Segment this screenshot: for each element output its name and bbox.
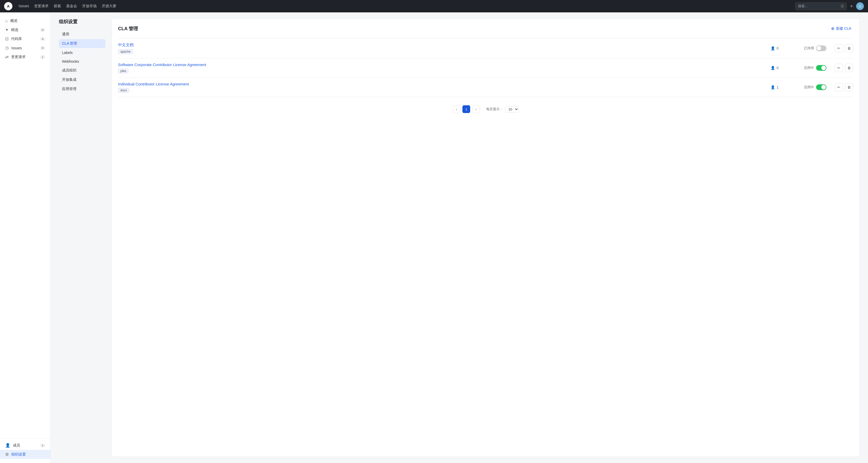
cla-edit-button-1[interactable]: ✏: [835, 44, 843, 53]
user-icon-3: 👤: [771, 85, 775, 89]
cla-users-1: 👤 0: [771, 46, 791, 50]
issues-icon: ◷: [5, 45, 9, 50]
settings-nav-webhooks[interactable]: Webhooks: [59, 57, 105, 66]
sidebar-item-repos[interactable]: ⊡ 代码库 4: [0, 34, 51, 43]
sidebar-label-org-settings: 组织设置: [11, 452, 26, 457]
cla-user-count-1: 0: [777, 46, 779, 50]
cla-actions-3: ✏ 🗑: [835, 83, 853, 91]
main-layout: ⌂ 概览 ✦ 精选 0 ⊡ 代码库 4 ◷ Issues 0 ⇄ 变更请求 1 …: [0, 12, 868, 463]
page-size-area: 每页显示： 10 20 50: [486, 106, 519, 112]
nav-competition[interactable]: 开源大赛: [102, 4, 116, 8]
sidebar-item-org-settings[interactable]: ⚙ 组织设置: [0, 450, 51, 459]
cla-delete-button-2[interactable]: 🗑: [845, 64, 853, 72]
sidebar-item-featured[interactable]: ✦ 精选 0: [0, 25, 51, 34]
cla-status-area-2: 启用中: [796, 65, 827, 71]
nav-right: 搜索... / + U: [795, 2, 864, 10]
sidebar-label-prs: 变更请求: [11, 55, 26, 59]
plus-button[interactable]: +: [850, 3, 853, 9]
sidebar-bottom: 👤 成员 1 ⚙ 组织设置: [0, 438, 51, 459]
cla-tag-2: pika: [118, 69, 128, 73]
settings-page-title: 组织设置: [59, 19, 105, 25]
cla-user-count-2: 0: [777, 66, 779, 70]
settings-nav-members-group[interactable]: 成员组织: [59, 66, 105, 75]
new-cla-button[interactable]: ⊕ 新建 CLA: [829, 25, 853, 32]
cla-status-area-1: 已停用: [796, 45, 827, 51]
nav-prs[interactable]: 变更请求: [34, 4, 49, 8]
cla-users-3: 👤 1: [771, 85, 791, 89]
toggle-knob-3: [821, 85, 826, 90]
pagination: ‹ 1 › 每页显示： 10 20 50: [118, 105, 853, 113]
search-shortcut: /: [841, 4, 844, 8]
cla-status-label-3: 启用中: [804, 85, 814, 90]
settings-nav-cla[interactable]: CLA 管理: [59, 39, 105, 48]
pagination-next[interactable]: ›: [472, 105, 480, 113]
logo[interactable]: A: [4, 2, 12, 10]
settings-nav-app-management[interactable]: 应用管理: [59, 85, 105, 93]
prs-badge: 1: [40, 55, 45, 59]
cla-status-label-2: 启用中: [804, 66, 814, 70]
nav-issues[interactable]: Issues: [19, 4, 29, 8]
sidebar-label-featured: 精选: [11, 28, 18, 32]
nav-explore[interactable]: 探索: [54, 4, 61, 8]
settings-nav-open-integration[interactable]: 开放集成: [59, 75, 105, 84]
search-box[interactable]: 搜索... /: [795, 2, 847, 10]
toggle-knob-1: [816, 46, 821, 51]
pagination-prev[interactable]: ‹: [453, 105, 460, 113]
cla-tag-1: apache: [118, 49, 133, 54]
settings-navigation: 组织设置 通用 CLA 管理 Labels Webhooks 成员组织 开放集成…: [59, 19, 105, 457]
table-row: Software Corporate Contributor License A…: [118, 58, 853, 78]
cla-status-area-3: 启用中: [796, 85, 827, 90]
avatar[interactable]: U: [856, 2, 864, 10]
cla-actions-2: ✏ 🗑: [835, 64, 853, 72]
cla-name-3[interactable]: Individual Contributor License Agreement: [118, 82, 767, 86]
cla-actions-1: ✏ 🗑: [835, 44, 853, 53]
sidebar-item-overview[interactable]: ⌂ 概览: [0, 16, 51, 25]
settings-nav-labels[interactable]: Labels: [59, 48, 105, 57]
cla-tag-3: docs: [118, 88, 129, 93]
plus-circle-icon: ⊕: [831, 26, 834, 31]
members-badge: 1: [40, 444, 45, 447]
page-header: CLA 管理 ⊕ 新建 CLA: [118, 25, 853, 32]
user-icon-1: 👤: [771, 46, 775, 50]
sidebar-item-issues[interactable]: ◷ Issues 0: [0, 43, 51, 53]
cla-info-3: Individual Contributor License Agreement…: [118, 82, 767, 93]
sidebar-label-overview: 概览: [10, 19, 18, 23]
cla-name-2[interactable]: Software Corporate Contributor License A…: [118, 62, 767, 67]
settings-icon: ⚙: [5, 452, 9, 457]
nav-links: Issues 变更请求 探索 基金会 开放市场 开源大赛: [19, 4, 789, 8]
pagination-page-1[interactable]: 1: [462, 105, 470, 113]
members-icon: 👤: [5, 443, 10, 448]
nav-foundation[interactable]: 基金会: [66, 4, 77, 8]
toggle-knob-2: [821, 66, 826, 70]
settings-nav-general[interactable]: 通用: [59, 30, 105, 39]
cla-delete-button-3[interactable]: 🗑: [845, 83, 853, 91]
cla-toggle-1[interactable]: [816, 45, 827, 51]
cla-edit-button-3[interactable]: ✏: [835, 83, 843, 91]
cla-info-1: 中文文档 apache: [118, 42, 767, 54]
cla-edit-button-2[interactable]: ✏: [835, 64, 843, 72]
nav-market[interactable]: 开放市场: [82, 4, 97, 8]
cla-toggle-2[interactable]: [816, 65, 827, 71]
issues-badge: 0: [40, 46, 45, 50]
sidebar-label-members: 成员: [13, 443, 20, 448]
cla-name-1[interactable]: 中文文档: [118, 42, 767, 47]
featured-badge: 0: [40, 28, 45, 32]
cla-users-2: 👤 0: [771, 66, 791, 70]
per-page-label: 每页显示：: [486, 107, 503, 111]
sidebar-label-issues: Issues: [11, 46, 22, 50]
table-row: Individual Contributor License Agreement…: [118, 78, 853, 97]
new-cla-label: 新建 CLA: [836, 26, 851, 31]
left-sidebar: ⌂ 概览 ✦ 精选 0 ⊡ 代码库 4 ◷ Issues 0 ⇄ 变更请求 1 …: [0, 12, 51, 463]
search-placeholder: 搜索...: [798, 4, 808, 8]
content-area: 组织设置 通用 CLA 管理 Labels Webhooks 成员组织 开放集成…: [51, 12, 868, 463]
sidebar-item-prs[interactable]: ⇄ 变更请求 1: [0, 53, 51, 61]
cla-info-2: Software Corporate Contributor License A…: [118, 62, 767, 73]
main-content-panel: CLA 管理 ⊕ 新建 CLA 中文文档 apache 👤 0: [112, 19, 860, 457]
cla-status-label-1: 已停用: [804, 46, 814, 51]
sidebar-item-members[interactable]: 👤 成员 1: [0, 441, 51, 450]
cla-toggle-3[interactable]: [816, 85, 827, 90]
repos-badge: 4: [40, 37, 45, 41]
per-page-select[interactable]: 10 20 50: [505, 106, 519, 112]
cla-delete-button-1[interactable]: 🗑: [845, 44, 853, 53]
cla-management-title: CLA 管理: [118, 26, 138, 32]
